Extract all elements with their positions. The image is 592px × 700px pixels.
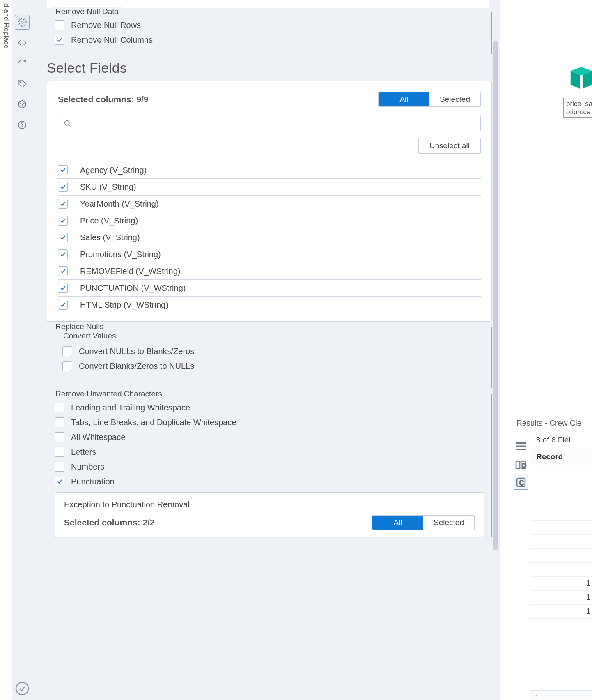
config-icon-sidebar: ⋯ xyxy=(12,0,32,700)
remove-char-checkbox[interactable] xyxy=(55,403,64,412)
field-search[interactable] xyxy=(58,115,481,131)
results-data-icon[interactable]: D xyxy=(514,457,528,472)
remove-null-columns-checkbox[interactable] xyxy=(55,35,64,45)
svg-point-6 xyxy=(64,120,69,125)
field-label: Sales (V_String) xyxy=(80,233,140,242)
search-input[interactable] xyxy=(76,119,475,128)
remove-char-checkbox[interactable] xyxy=(55,462,64,472)
help-icon[interactable] xyxy=(15,117,30,132)
field-checkbox[interactable] xyxy=(58,300,68,310)
field-checkbox[interactable] xyxy=(58,266,68,276)
svg-text:C: C xyxy=(519,479,523,486)
field-checkbox[interactable] xyxy=(58,216,68,226)
field-label: SKU (V_String) xyxy=(80,182,136,192)
field-label: Price (V_String) xyxy=(80,216,138,226)
field-checkbox[interactable] xyxy=(58,233,68,242)
table-row[interactable] xyxy=(530,535,592,549)
package-icon[interactable] xyxy=(15,97,30,112)
remove-char-label: Letters xyxy=(71,447,96,457)
field-checkbox[interactable] xyxy=(58,283,68,293)
results-view-icons: ⋮⋮⋮ D C xyxy=(512,431,530,700)
field-row: Agency (V_String) xyxy=(58,162,481,179)
results-list-icon[interactable] xyxy=(514,439,528,454)
table-row[interactable] xyxy=(530,521,592,535)
svg-line-7 xyxy=(69,125,71,127)
tag-icon[interactable] xyxy=(15,76,30,91)
exception-filter-all[interactable]: All xyxy=(372,516,423,530)
select-fields-card: Selected columns: 9/9 All Selected Unsel… xyxy=(47,81,492,322)
svg-point-1 xyxy=(20,81,21,83)
exception-filter-toggle: All Selected xyxy=(372,515,475,530)
exception-summary: Selected columns: 2/2 xyxy=(64,518,155,527)
table-row[interactable]: 1 xyxy=(530,605,592,619)
field-label: PUNCTUATION (V_WString) xyxy=(80,283,186,293)
remove-char-checkbox[interactable] xyxy=(55,447,64,457)
filter-selected-button[interactable]: Selected xyxy=(429,92,480,106)
remove-char-label: Tabs, Line Breaks, and Duplicate Whitesp… xyxy=(71,418,236,427)
code-icon[interactable] xyxy=(15,35,30,50)
canvas-and-results: price_sa otion.cs Results - Crew Cle ⋮⋮⋮… xyxy=(512,0,592,700)
refresh-icon[interactable] xyxy=(15,56,30,71)
filter-toggle: All Selected xyxy=(378,92,481,107)
left-vertical-strip: d and Replace xyxy=(0,0,12,700)
replace-nulls-group: Replace Nulls Convert Values Convert NUL… xyxy=(47,327,492,388)
search-icon xyxy=(63,119,71,127)
results-grid[interactable]: 8 of 8 Fiel Record 111 xyxy=(530,431,592,700)
unselect-all-button[interactable]: Unselect all xyxy=(418,138,481,154)
results-compare-icon[interactable]: C xyxy=(514,475,528,490)
field-label: REMOVEField (V_WString) xyxy=(80,267,181,276)
field-row: REMOVEField (V_WString) xyxy=(58,263,481,280)
results-grip[interactable]: ⋮⋮⋮ xyxy=(512,433,530,437)
field-checkbox[interactable] xyxy=(58,199,68,209)
select-fields-title: Select Fields xyxy=(47,60,492,76)
nulls-to-blanks-checkbox[interactable] xyxy=(62,346,72,356)
nulls-to-blanks-label: Convert NULLs to Blanks/Zeros xyxy=(79,347,194,356)
table-row[interactable]: 1 xyxy=(530,577,592,591)
panel-divider[interactable] xyxy=(500,0,512,700)
filter-all-button[interactable]: All xyxy=(379,92,429,106)
status-check-icon xyxy=(15,681,30,696)
field-checkbox[interactable] xyxy=(58,182,68,192)
svg-point-4 xyxy=(22,127,22,127)
tool-caption: price_sa otion.cs xyxy=(563,98,592,118)
remove-char-checkbox[interactable] xyxy=(55,432,64,442)
remove-char-checkbox[interactable] xyxy=(55,417,64,427)
table-row[interactable] xyxy=(530,549,592,563)
field-checkbox[interactable] xyxy=(58,249,68,259)
table-row[interactable] xyxy=(530,465,592,479)
table-row[interactable] xyxy=(530,507,592,521)
field-row: YearMonth (V_String) xyxy=(58,196,481,212)
results-panel: Results - Crew Cle ⋮⋮⋮ D C 8 of 8 Fiel xyxy=(512,415,592,700)
table-row[interactable]: 1 xyxy=(530,591,592,605)
field-row: Price (V_String) xyxy=(58,212,481,229)
selected-columns-summary: Selected columns: 9/9 xyxy=(58,94,149,104)
workflow-tool[interactable]: price_sa otion.cs xyxy=(563,65,592,118)
workflow-canvas[interactable]: price_sa otion.cs xyxy=(512,0,592,415)
svg-text:D: D xyxy=(521,462,526,469)
config-scrollbar[interactable] xyxy=(493,41,498,550)
field-checkbox[interactable] xyxy=(58,165,68,175)
table-row[interactable] xyxy=(530,479,592,493)
remove-null-data-group: Remove Null Data Remove Null Rows Remove… xyxy=(47,12,492,54)
field-label: HTML Strip (V_WString) xyxy=(80,300,168,310)
remove-char-checkbox[interactable] xyxy=(55,477,64,486)
field-row: HTML Strip (V_WString) xyxy=(58,297,481,313)
remove-chars-group: Remove Unwanted Characters Leading and T… xyxy=(47,394,492,537)
svg-point-0 xyxy=(21,21,23,23)
remove-char-label: All Whitespace xyxy=(71,433,125,442)
remove-null-rows-checkbox[interactable] xyxy=(55,20,64,30)
drag-handle-dots[interactable]: ⋯ xyxy=(19,6,25,12)
remove-char-label: Numbers xyxy=(71,462,104,472)
table-row[interactable] xyxy=(530,563,592,577)
remove-null-rows-label: Remove Null Rows xyxy=(71,21,141,30)
exception-card: Exception to Punctuation Removal Selecte… xyxy=(55,492,484,537)
gear-icon[interactable] xyxy=(15,15,30,30)
results-title: Results - Crew Cle xyxy=(512,415,592,431)
results-record-header[interactable]: Record xyxy=(530,449,592,465)
table-row[interactable] xyxy=(530,493,592,507)
exception-filter-selected[interactable]: Selected xyxy=(423,516,474,530)
field-label: Agency (V_String) xyxy=(80,166,147,175)
remove-null-columns-label: Remove Null Columns xyxy=(71,35,153,45)
results-hscroll[interactable] xyxy=(530,690,592,700)
blanks-to-nulls-checkbox[interactable] xyxy=(62,361,72,371)
